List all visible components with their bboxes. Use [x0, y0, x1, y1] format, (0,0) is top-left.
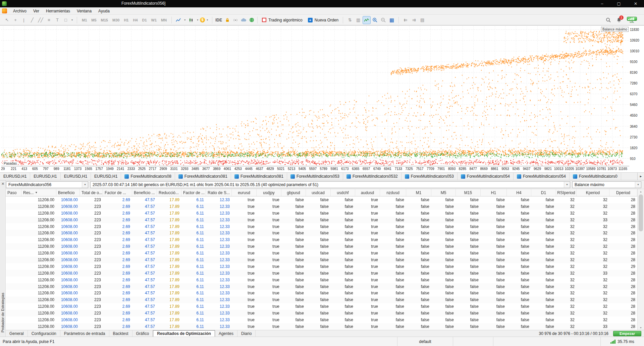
- chevron-down-icon[interactable]: ▾: [70, 16, 74, 24]
- optimization-graph-icon[interactable]: [363, 16, 371, 24]
- doc-tab-forexmultiindicators053[interactable]: ForexMultiIndicators053: [401, 173, 458, 180]
- vertical-line-icon[interactable]: |: [20, 16, 28, 24]
- column-header-rsiperiod[interactable]: RSIperiod: [556, 189, 577, 196]
- column-header-m15[interactable]: M15: [456, 189, 481, 196]
- minimize-button[interactable]: –: [594, 0, 610, 7]
- column-header-paso[interactable]: Paso: [6, 189, 21, 196]
- symbols-icon[interactable]: $: [200, 17, 205, 22]
- column-header-factor-de[interactable]: Factor de ...: [181, 189, 206, 196]
- tester-tab-par-metros-de-entrada[interactable]: Parámetros de entrada: [60, 330, 109, 337]
- column-header-factor-de[interactable]: Factor de ...: [103, 189, 132, 196]
- timeframe-m15[interactable]: M15: [99, 16, 110, 24]
- doc-tab-forexmultiindicators054[interactable]: ForexMultiIndicators054: [458, 173, 514, 180]
- column-header-h1[interactable]: H1: [481, 189, 507, 196]
- column-header-usdjpy[interactable]: usdjpy: [257, 189, 281, 196]
- table-row[interactable]: 11208.0010608.002232.6947.5717.896.1112.…: [6, 296, 637, 303]
- ide-button[interactable]: IDE: [214, 18, 223, 22]
- algo-trading-button[interactable]: Trading algoritmico: [259, 17, 305, 23]
- column-header-ratio-de-s[interactable]: Ratio de S...: [206, 189, 232, 196]
- tester-close-icon[interactable]: ✕: [1, 182, 5, 186]
- table-row[interactable]: 11208.0010608.002232.6947.5717.896.1112.…: [6, 316, 637, 323]
- chevron-down-icon[interactable]: ▾: [564, 182, 570, 188]
- table-row[interactable]: 11208.0010608.002232.6947.5717.896.1112.…: [6, 256, 637, 263]
- lock-icon[interactable]: [223, 16, 231, 24]
- column-header-nzdusd[interactable]: nzdusd: [380, 189, 406, 196]
- table-row[interactable]: 11208.0010608.002232.6947.5717.896.1112.…: [6, 210, 637, 217]
- scroll-up-icon[interactable]: ▲: [638, 189, 644, 194]
- timeframe-m5[interactable]: M5: [89, 16, 98, 24]
- column-header-dperiod[interactable]: Dperiod: [609, 189, 637, 196]
- table-row[interactable]: 11208.0010608.002232.6947.5717.896.1112.…: [6, 323, 637, 330]
- grid-icon[interactable]: ▦: [388, 16, 396, 24]
- doc-tab-forexmultiindicators081[interactable]: ForexMultiIndicators081: [175, 173, 231, 180]
- doc-tab-eurusd-h1[interactable]: EURUSD,H1: [0, 173, 30, 180]
- chevron-down-icon[interactable]: ▾: [205, 16, 209, 24]
- table-row[interactable]: 11208.0010608.002232.6947.5717.896.1112.…: [6, 217, 637, 223]
- text-tool-icon[interactable]: T: [53, 16, 61, 24]
- chevron-down-icon[interactable]: ▾: [183, 16, 187, 24]
- shift-right-icon[interactable]: ⇉: [410, 16, 418, 24]
- timeframe-w1[interactable]: W1: [149, 16, 159, 24]
- community-globe-icon[interactable]: [248, 16, 256, 24]
- tester-tab-backtest[interactable]: Backtest: [109, 330, 132, 337]
- candlestick-icon[interactable]: [187, 16, 195, 24]
- column-header-usdchf[interactable]: usdchf: [331, 189, 355, 196]
- tester-tab-agentes[interactable]: Agentes: [215, 330, 237, 337]
- menu-ayuda[interactable]: Ayuda: [95, 7, 113, 15]
- menu-archivo[interactable]: Archivo: [10, 7, 30, 15]
- column-header-gbpusd[interactable]: gbpusd: [281, 189, 306, 196]
- tab-scroll-right-icon[interactable]: ►: [637, 173, 644, 180]
- chevron-down-icon[interactable]: ▾: [635, 182, 641, 188]
- new-order-button[interactable]: + Nueva Orden: [305, 17, 341, 23]
- table-row[interactable]: 11208.0010608.002232.6947.5717.896.1112.…: [6, 283, 637, 290]
- doc-tab-forexmultiindicators08[interactable]: ForexMultiIndicators08: [121, 173, 175, 180]
- column-header-h4[interactable]: H4: [507, 189, 531, 196]
- sort-icon[interactable]: ⇅: [346, 16, 354, 24]
- optimization-chart[interactable]: Pasadas Balance máximo: [1, 26, 629, 166]
- pointer-icon[interactable]: ↖: [3, 16, 11, 24]
- zoom-in-icon[interactable]: [371, 16, 379, 24]
- column-header-beneficio[interactable]: Beneficio ...: [132, 189, 157, 196]
- menu-herramientas[interactable]: Herramientas: [43, 7, 73, 15]
- shapes-icon[interactable]: □: [62, 16, 70, 24]
- column-header-d1[interactable]: D1: [531, 189, 556, 196]
- tester-tab-resultados-de-optimizaci-n[interactable]: Resultados de Optimización: [153, 330, 215, 337]
- doc-tab-eurusd-h1[interactable]: EURUSD,H1: [30, 173, 60, 180]
- timeframe-d1[interactable]: D1: [140, 16, 149, 24]
- table-row[interactable]: 11208.0010608.002232.6947.5717.896.1112.…: [6, 250, 637, 256]
- tester-tab-configuraci-n[interactable]: Configuración: [28, 330, 60, 337]
- cloud-icon[interactable]: [239, 16, 248, 24]
- doc-tab-forexmultiindicators053[interactable]: ForexMultiIndicators053: [287, 173, 343, 180]
- chevron-down-icon[interactable]: ▾: [82, 182, 88, 188]
- shift-left-icon[interactable]: ⇇: [401, 16, 410, 24]
- table-row[interactable]: 11208.0010608.002232.6947.5717.896.1112.…: [6, 203, 637, 210]
- table-row[interactable]: 11208.0010608.002232.6947.5717.896.1112.…: [6, 223, 637, 230]
- scroll-down-icon[interactable]: ▼: [638, 325, 644, 330]
- table-row[interactable]: 11208.0010608.002232.6947.5717.896.1112.…: [6, 277, 637, 283]
- line-chart-icon[interactable]: [174, 16, 182, 24]
- column-header-kperiod[interactable]: Kperiod: [577, 189, 609, 196]
- doc-tab-forexmultiindicators054[interactable]: ForexMultiIndicators054: [514, 173, 570, 180]
- table-row[interactable]: 11208.0010608.002232.6947.5717.896.1112.…: [6, 303, 637, 310]
- doc-tab-eurusd-h1[interactable]: EURUSD,H1: [91, 173, 121, 180]
- chevron-down-icon[interactable]: ▾: [196, 16, 200, 24]
- histogram-icon[interactable]: ▥: [354, 16, 362, 24]
- timeframe-mn[interactable]: MN: [159, 16, 169, 24]
- table-row[interactable]: 11208.0010608.002232.6947.5717.896.1112.…: [6, 230, 637, 236]
- table-row[interactable]: 11208.0010608.002232.6947.5717.896.1112.…: [6, 290, 637, 296]
- start-button[interactable]: Empezar: [613, 331, 641, 336]
- close-button[interactable]: ✕: [627, 0, 644, 7]
- table-row[interactable]: 11208.0010608.002232.6947.5717.896.1112.…: [6, 196, 637, 203]
- statusbar-profile[interactable]: default: [397, 337, 453, 346]
- timeframe-h1[interactable]: H1: [122, 16, 130, 24]
- column-header-beneficio[interactable]: Beneficio: [56, 189, 80, 196]
- column-header-m5[interactable]: M5: [431, 189, 456, 196]
- scrollbar-thumb[interactable]: [639, 194, 643, 231]
- criterion-selector[interactable]: Balance máximo ▾: [572, 181, 641, 188]
- menu-ver[interactable]: Ver: [30, 7, 43, 15]
- timeframe-m1[interactable]: M1: [80, 16, 89, 24]
- table-row[interactable]: 11208.0010608.002232.6947.5717.896.1112.…: [6, 263, 637, 270]
- expert-selector[interactable]: ForexMultiIndicators056 ▾: [6, 181, 88, 188]
- trendline-icon[interactable]: ╱: [28, 16, 36, 24]
- doc-tab-forexmultiindicators0532[interactable]: ForexMultiIndicators0532: [343, 173, 401, 180]
